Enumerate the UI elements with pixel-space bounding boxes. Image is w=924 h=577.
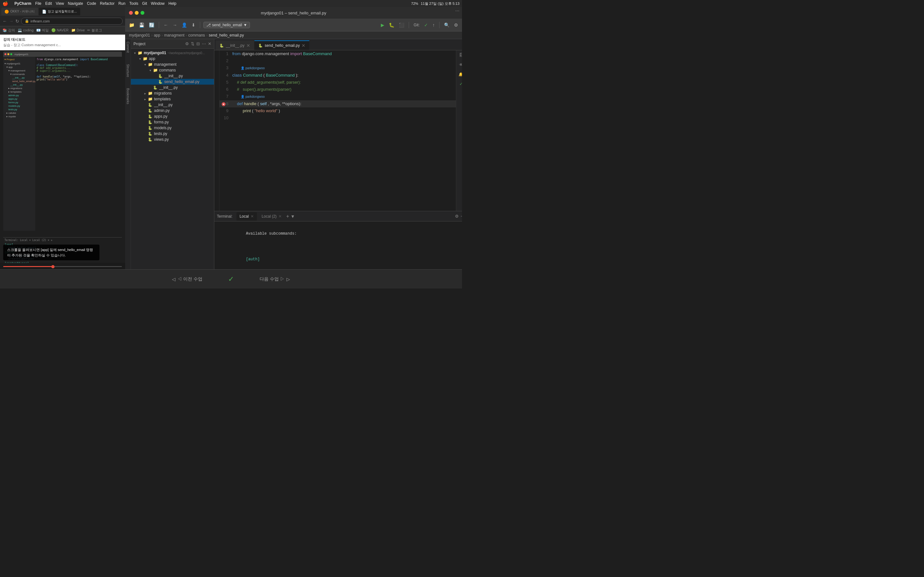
bookmark-mail[interactable]: 📧 메일 — [36, 28, 49, 33]
menu-edit[interactable]: Edit — [45, 1, 52, 6]
complete-check[interactable]: ✓ — [228, 275, 234, 284]
bookmarks-tab[interactable]: Bookmarks — [126, 86, 130, 106]
terminal-tab-local[interactable]: Local ✕ — [236, 212, 257, 221]
tree-migrations[interactable]: ▸ 📁 migrations — [131, 90, 214, 96]
notifications-icon[interactable]: 🔔 — [459, 72, 462, 77]
menu-pycharm[interactable]: PyCharm — [15, 1, 31, 6]
tree-app[interactable]: ▾ 📁 app — [131, 56, 214, 61]
url-bar[interactable]: 🔒 inflearn.com — [21, 18, 123, 25]
tree-models[interactable]: ▸ 🐍 models.py — [131, 125, 214, 131]
tree-init-managment[interactable]: ▸ 🐍 __init__.py — [131, 85, 214, 90]
coverage-icon[interactable]: ✓ — [459, 82, 462, 86]
save-icon[interactable]: 💾 — [137, 22, 145, 28]
tree-init-app[interactable]: ▸ 🐍 __init__.py — [131, 102, 214, 108]
refresh-icon[interactable]: 🔄 — [148, 22, 156, 28]
tab-init[interactable]: 🐍 __init__.py ✕ — [216, 40, 254, 50]
terminal-tab-dropdown[interactable]: ▼ — [290, 214, 295, 219]
terminal-minimize-icon[interactable]: − — [461, 214, 462, 219]
close-button[interactable] — [129, 11, 133, 15]
terminal-add-tab[interactable]: + — [286, 213, 289, 219]
menu-navigate[interactable]: Navigate — [68, 1, 83, 6]
terminal-tab-local2[interactable]: Local (2) ✕ — [258, 212, 285, 221]
tree-send-hello[interactable]: ▸ 🐍 send_hello_email.py — [131, 79, 214, 85]
tree-tests[interactable]: ▸ 🐍 tests.py — [131, 131, 214, 137]
terminal-tab-close-1[interactable]: ✕ — [250, 214, 254, 219]
tree-views[interactable]: ▸ 🐍 views.py — [131, 137, 214, 142]
sidebar-header: Project ⚙ ⇅ ⊟ ⋯ ✕ — [131, 39, 214, 49]
breadcrumb-item-1[interactable]: mydjango01 — [129, 33, 150, 37]
nav-reload[interactable]: ↻ — [15, 19, 19, 24]
next-lesson-button[interactable]: 다음 수업 ▷ ▷ — [260, 276, 290, 282]
commit-tab[interactable]: Commit — [125, 39, 131, 55]
maximize-button[interactable] — [141, 11, 144, 15]
tab-send-hello[interactable]: 🐍 send_hello_email.py ✕ — [254, 40, 309, 50]
tree-forms[interactable]: ▸ 🐍 forms.py — [131, 119, 214, 125]
menu-window[interactable]: Window — [151, 1, 165, 6]
sidebar-gear-icon[interactable]: ⋯ — [202, 41, 206, 46]
sidebar-settings-icon[interactable]: ⚙ — [185, 41, 189, 46]
code-print-paren: ( — [252, 108, 253, 113]
tree-py-icon-6: 🐍 — [148, 114, 153, 119]
apple-icon[interactable]: 🍎 — [3, 1, 8, 6]
scview-icon[interactable]: 👁 — [459, 63, 462, 67]
dropdown-icon[interactable]: ⬇ — [190, 22, 197, 28]
sidebar-expand-icon[interactable]: ⇅ — [191, 41, 194, 46]
left-strip: Commit Structure Bookmarks — [125, 39, 131, 288]
breadcrumb-item-3[interactable]: managment — [164, 33, 184, 37]
menu-file[interactable]: File — [35, 1, 41, 6]
database-icon[interactable]: 🗄 — [459, 53, 462, 57]
editor-scroll-area[interactable]: 1 from django.core.management import Bas… — [220, 50, 456, 211]
bookmark-lectures[interactable]: 📚 강의 — [3, 28, 15, 33]
menu-tools[interactable]: Tools — [129, 1, 138, 6]
sidebar-collapse-icon[interactable]: ⊟ — [196, 41, 200, 46]
bookmark-naver[interactable]: 🟢 NAVER — [51, 28, 69, 32]
search-toolbar-icon[interactable]: 🔍 — [443, 22, 451, 28]
git-push[interactable]: ↑ — [431, 22, 436, 28]
settings-toolbar-icon[interactable]: ⚙ — [453, 22, 459, 28]
breadcrumb-item-4[interactable]: commans — [188, 33, 205, 37]
menu-run[interactable]: Run — [118, 1, 126, 6]
run-button[interactable]: ▶ — [380, 22, 386, 28]
menu-help[interactable]: Help — [168, 1, 176, 6]
sidebar-close-icon[interactable]: ✕ — [208, 41, 212, 46]
tree-templates[interactable]: ▸ 📁 templates — [131, 96, 214, 102]
bookmark-drive[interactable]: 📁 Drive — [71, 28, 85, 32]
user-icon[interactable]: 👤 — [180, 22, 188, 28]
tree-label-models: models.py — [154, 126, 172, 130]
terminal-tabs-left: Terminal: Local ✕ Local (2) ✕ + ▼ — [217, 212, 295, 221]
terminal-settings-icon[interactable]: ⚙ — [455, 214, 459, 219]
tree-commans[interactable]: ▾ 📁 commans — [131, 67, 214, 73]
menu-view[interactable]: View — [56, 1, 64, 6]
bookmark-coding[interactable]: 💻 coding — [18, 28, 33, 32]
bookmark-blog[interactable]: ✏ 블로그 — [87, 28, 102, 33]
browser-tab-2[interactable]: 📄 장고 설계철학으로... — [39, 8, 80, 15]
nav-back[interactable]: ← — [3, 19, 7, 24]
tab-close-send-hello[interactable]: ✕ — [302, 43, 305, 48]
term-subcommands-header: Available subcommands: — [218, 224, 462, 243]
tab-close-init[interactable]: ✕ — [246, 43, 250, 48]
stop-button[interactable]: ⬛ — [397, 22, 405, 28]
tree-managment[interactable]: ▾ 📁 management — [131, 61, 214, 67]
folder-icon[interactable]: 📁 — [128, 22, 136, 28]
debug-button[interactable]: 🐛 — [388, 22, 396, 28]
menu-refactor[interactable]: Refactor — [100, 1, 115, 6]
tree-label-init-app: __init__.py — [154, 103, 173, 107]
git-check[interactable]: ✓ — [423, 22, 429, 28]
prev-lesson-button[interactable]: ◁ ◁ 이전 수업 — [172, 276, 202, 282]
back-icon[interactable]: ← — [162, 22, 170, 28]
tree-init-commans[interactable]: ▸ 🐍 __init__.py — [131, 73, 214, 79]
menu-code[interactable]: Code — [87, 1, 96, 6]
terminal-tab-close-2[interactable]: ✕ — [278, 214, 282, 219]
tree-apps[interactable]: ▸ 🐍 apps.py — [131, 113, 214, 119]
structure-tab[interactable]: Structure — [126, 61, 130, 80]
browser-tab-1[interactable]: 🟠 OKKY - 커뮤니티 — [1, 8, 38, 15]
progress-bar[interactable] — [3, 266, 122, 267]
breadcrumb-item-2[interactable]: app — [153, 33, 160, 37]
branch-selector[interactable]: ⎇ send_hello_email ▼ — [204, 22, 250, 28]
minimize-button[interactable] — [135, 11, 139, 15]
menu-git[interactable]: Git — [142, 1, 147, 6]
tree-admin[interactable]: ▸ 🐍 admin.py — [131, 108, 214, 113]
forward-icon[interactable]: → — [171, 22, 178, 28]
nav-forward[interactable]: → — [9, 19, 13, 24]
tree-root[interactable]: ▾ 📁 mydjango01 ~/workspace/mydjango0... — [131, 50, 214, 56]
